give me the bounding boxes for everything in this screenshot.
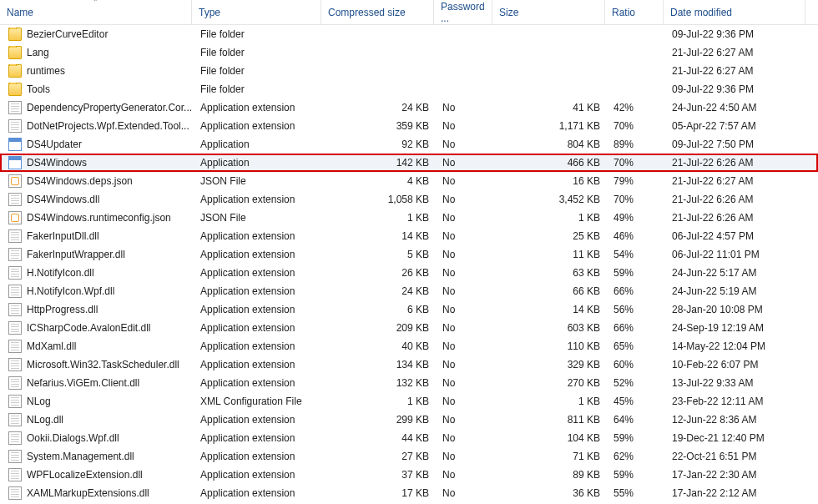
file-compressed-size: 24 KB (323, 102, 436, 113)
file-date: 24-Jun-22 5:17 AM (665, 267, 807, 279)
file-password: No (436, 139, 494, 150)
file-password: No (436, 396, 494, 407)
file-row[interactable]: H.NotifyIcon.Wpf.dllApplication extensio… (0, 282, 818, 300)
file-password: No (436, 267, 494, 279)
file-row[interactable]: DS4Windows.dllApplication extension1,058… (0, 190, 818, 209)
file-size: 1,171 KB (494, 120, 607, 132)
file-row[interactable]: Microsoft.Win32.TaskScheduler.dllApplica… (0, 355, 818, 374)
column-header-compressed-size[interactable]: Compressed size (321, 0, 434, 24)
file-row[interactable]: H.NotifyIcon.dllApplication extension26 … (0, 264, 818, 282)
file-type: JSON File (194, 175, 323, 187)
file-name: DS4Updater (27, 139, 82, 150)
file-compressed-size: 132 KB (323, 377, 436, 389)
file-type: Application extension (194, 120, 323, 132)
file-row[interactable]: MdXaml.dllApplication extension40 KBNo11… (0, 337, 818, 355)
file-compressed-size: 17 KB (323, 487, 436, 499)
file-password: No (436, 414, 494, 426)
file-row[interactable]: DS4Windows.deps.jsonJSON File4 KBNo16 KB… (0, 172, 818, 190)
file-password: No (436, 249, 494, 260)
file-date: 21-Jul-22 6:26 AM (665, 194, 807, 205)
file-row[interactable]: ToolsFile folder09-Jul-22 9:36 PM (0, 80, 818, 98)
file-type: Application extension (194, 267, 323, 279)
column-header-type[interactable]: Type (192, 0, 321, 24)
column-header-name[interactable]: Name ˄ (0, 0, 192, 24)
file-size: 16 KB (494, 175, 607, 187)
file-date: 24-Sep-19 12:19 AM (665, 322, 807, 334)
file-name: DS4Windows (27, 157, 87, 169)
file-name: Lang (27, 47, 49, 58)
file-compressed-size: 5 KB (323, 249, 436, 260)
file-size: 811 KB (494, 414, 607, 426)
file-type: JSON File (194, 212, 323, 224)
column-header-ratio[interactable]: Ratio (605, 0, 664, 24)
file-ratio: 62% (607, 451, 665, 462)
file-row[interactable]: NLog.dllApplication extension299 KBNo811… (0, 411, 818, 429)
file-date: 21-Jul-22 6:27 AM (665, 175, 807, 187)
file-row[interactable]: DS4Windows.runtimeconfig.jsonJSON File1 … (0, 209, 818, 227)
file-row[interactable]: DS4WindowsApplication142 KBNo466 KB70%21… (0, 154, 818, 172)
file-type: Application extension (194, 230, 323, 242)
file-row[interactable]: DependencyPropertyGenerator.Cor...Applic… (0, 98, 818, 117)
file-password: No (436, 175, 494, 187)
file-row[interactable]: XAMLMarkupExtensions.dllApplication exte… (0, 484, 818, 502)
file-name: FakerInputWrapper.dll (27, 249, 125, 260)
file-type: Application extension (194, 359, 323, 370)
file-icon (8, 193, 22, 206)
file-name: DS4Windows.dll (27, 194, 99, 205)
file-compressed-size: 4 KB (323, 175, 436, 187)
file-date: 06-Jul-22 11:01 PM (665, 249, 807, 260)
file-size: 104 KB (494, 432, 607, 444)
file-ratio: 66% (607, 322, 665, 334)
file-row[interactable]: BezierCurveEditorFile folder09-Jul-22 9:… (0, 25, 818, 43)
file-ratio: 52% (607, 377, 665, 389)
file-row[interactable]: runtimesFile folder21-Jul-22 6:27 AM (0, 62, 818, 80)
file-row[interactable]: LangFile folder21-Jul-22 6:27 AM (0, 43, 818, 62)
file-row[interactable]: ICSharpCode.AvalonEdit.dllApplication ex… (0, 319, 818, 337)
file-name: WPFLocalizeExtension.dll (27, 469, 143, 481)
file-password: No (436, 451, 494, 462)
file-ratio: 59% (607, 432, 665, 444)
file-icon (8, 340, 22, 353)
file-compressed-size: 92 KB (323, 139, 436, 150)
file-row[interactable]: DS4UpdaterApplication92 KBNo804 KB89%09-… (0, 135, 818, 154)
file-date: 21-Jul-22 6:26 AM (665, 212, 807, 224)
file-icon (8, 358, 22, 371)
file-ratio: 60% (607, 359, 665, 370)
file-date: 12-Jun-22 8:36 AM (665, 414, 807, 426)
file-compressed-size: 44 KB (323, 432, 436, 444)
file-row[interactable]: Nefarius.ViGEm.Client.dllApplication ext… (0, 374, 818, 392)
file-ratio: 46% (607, 230, 665, 242)
file-icon (8, 101, 22, 114)
file-row[interactable]: System.Management.dllApplication extensi… (0, 447, 818, 466)
file-type: Application extension (194, 249, 323, 260)
file-row[interactable]: DotNetProjects.Wpf.Extended.Tool...Appli… (0, 117, 818, 135)
column-label: Date modified (670, 7, 732, 18)
file-icon (8, 468, 22, 481)
file-row[interactable]: Ookii.Dialogs.Wpf.dllApplication extensi… (0, 429, 818, 447)
file-compressed-size: 1 KB (323, 396, 436, 407)
file-ratio: 56% (607, 304, 665, 315)
file-icon (8, 303, 22, 316)
json-icon (8, 174, 22, 188)
file-date: 09-Jul-22 9:36 PM (665, 83, 807, 95)
file-compressed-size: 27 KB (323, 451, 436, 462)
file-name: HttpProgress.dll (27, 304, 98, 315)
file-row[interactable]: FakerInputDll.dllApplication extension14… (0, 227, 818, 245)
file-date: 21-Jul-22 6:27 AM (665, 47, 807, 58)
file-row[interactable]: WPFLocalizeExtension.dllApplication exte… (0, 466, 818, 484)
file-icon (8, 229, 22, 243)
column-header-password[interactable]: Password ... (434, 0, 492, 24)
file-row[interactable]: FakerInputWrapper.dllApplication extensi… (0, 245, 818, 264)
file-password: No (436, 120, 494, 132)
column-header-size[interactable]: Size (492, 0, 605, 24)
column-header-date[interactable]: Date modified (664, 0, 805, 24)
file-ratio: 64% (607, 414, 665, 426)
file-icon (8, 431, 22, 445)
file-row[interactable]: NLogXML Configuration File1 KBNo1 KB45%2… (0, 392, 818, 411)
sort-asc-icon: ˄ (93, 0, 98, 7)
file-row[interactable]: HttpProgress.dllApplication extension6 K… (0, 300, 818, 319)
file-name: XAMLMarkupExtensions.dll (27, 487, 149, 499)
file-compressed-size: 134 KB (323, 359, 436, 370)
app-icon (8, 156, 22, 169)
file-compressed-size: 299 KB (323, 414, 436, 426)
